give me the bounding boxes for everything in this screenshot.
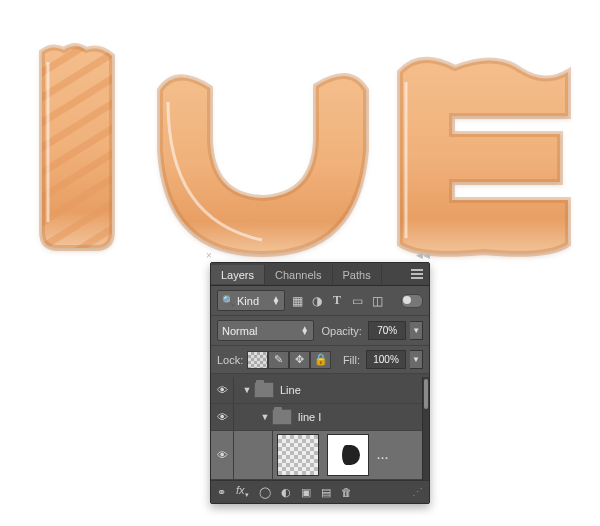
filter-row: 🔍 Kind ▲▼ ▦ ◑ T ▭ ◫ [211,286,429,316]
lock-position-icon[interactable]: ✥ [289,351,310,369]
link-layers-icon[interactable]: ⚭ [217,486,226,499]
layer-thumbnail [277,434,319,476]
lock-transparent-icon[interactable] [247,351,268,369]
filter-pixel-icon[interactable]: ▦ [289,293,305,309]
lock-all-icon[interactable]: 🔒 [310,351,331,369]
opacity-label: Opacity: [322,325,362,337]
fill-label: Fill: [343,354,360,366]
filter-adjust-icon[interactable]: ◑ [309,293,325,309]
layer-fx-icon[interactable]: fx▾ [236,484,249,499]
new-group-icon[interactable]: ▣ [301,486,311,499]
layer-effects-indicator[interactable]: ... [377,449,389,461]
visibility-toggle[interactable]: 👁 [211,431,234,479]
opacity-dropdown[interactable]: ▼ [410,321,423,340]
adjustment-layer-icon[interactable]: ◐ [281,486,291,499]
filter-kind-select[interactable]: 🔍 Kind ▲▼ [217,290,285,311]
panel-menu-icon[interactable] [411,269,423,279]
panel-tabs: Layers Channels Paths [211,263,429,286]
visibility-toggle[interactable]: 👁 [211,377,234,403]
filter-type-icon[interactable]: T [329,293,345,309]
blend-row: Normal ▲▼ Opacity: 70%▼ [211,316,429,346]
filter-shape-icon[interactable]: ▭ [349,293,365,309]
lock-label: Lock: [217,354,243,366]
panel-footer: ⚭ fx▾ ◯ ◐ ▣ ▤ 🗑 ⋰ [211,480,429,503]
disclosure-icon[interactable]: ▼ [240,385,254,395]
fill-dropdown[interactable]: ▼ [410,350,423,369]
delete-layer-icon[interactable]: 🗑 [341,486,352,498]
layer-mask-thumbnail [327,434,369,476]
layers-panel: × ◀◀ Layers Channels Paths 🔍 Kind ▲▼ ▦ ◑… [206,252,432,514]
collapse-icon[interactable]: ◀◀ [416,250,430,260]
layer-mask-icon[interactable]: ◯ [259,486,271,499]
filter-smart-icon[interactable]: ◫ [369,293,385,309]
artwork-canvas [0,0,600,280]
folder-icon [254,382,274,398]
tab-channels[interactable]: Channels [265,265,332,284]
fill-value[interactable]: 100% [366,350,406,369]
folder-icon [272,409,292,425]
lock-pixels-icon[interactable]: ✎ [268,351,289,369]
filter-toggle[interactable] [401,294,423,308]
disclosure-icon[interactable]: ▼ [258,412,272,422]
visibility-toggle[interactable]: 👁 [211,404,234,430]
tab-layers[interactable]: Layers [211,265,265,284]
scrollbar[interactable] [422,377,429,480]
new-layer-icon[interactable]: ▤ [321,486,331,499]
opacity-value[interactable]: 70% [368,321,407,340]
close-icon[interactable]: × [206,250,216,260]
layer-group-line[interactable]: 👁 ▼ Line [211,377,422,404]
blend-mode-value: Normal [222,325,257,337]
layer-group-line-i[interactable]: 👁 ▼ line I [211,404,422,431]
layer-name: Line [280,384,301,396]
tab-paths[interactable]: Paths [333,265,382,284]
blend-mode-select[interactable]: Normal ▲▼ [217,320,314,341]
layer-selected[interactable]: 👁 ... [211,431,422,480]
lock-row: Lock: ✎ ✥ 🔒 Fill: 100%▼ [211,346,429,374]
resize-handle-icon[interactable]: ⋰ [412,486,423,499]
filter-kind-label: Kind [237,295,259,307]
layer-name: line I [298,411,321,423]
